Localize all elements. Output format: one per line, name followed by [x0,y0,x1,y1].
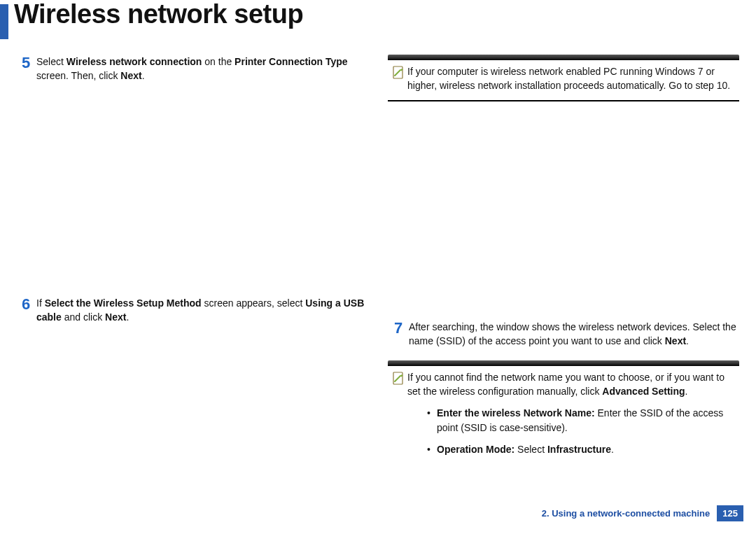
text: Select [514,444,547,455]
bold: Next [120,70,141,81]
title-accent [0,4,8,39]
bold: Advanced Setting [602,386,685,397]
note-bar [388,55,739,60]
footer-page-number: 125 [717,505,743,521]
text: . [611,444,614,455]
text: on the [202,56,234,67]
step-body: After searching, the window shows the wi… [409,320,739,349]
text: . [142,70,145,81]
step-body: If Select the Wireless Setup Method scre… [36,296,367,325]
text: screen appears, select [202,297,306,309]
bold: Next [105,311,126,323]
note-icon [389,370,407,464]
footer-chapter: 2. Using a network-connected machine [542,508,710,519]
page-title: Wireless network setup [14,0,303,29]
bold: Next [665,335,686,346]
bold: Select the Wireless Setup Method [45,297,202,309]
note-text: If your computer is wireless network ena… [407,64,738,93]
note-icon [389,64,407,93]
bold: Wireless network connection [66,56,202,67]
step-body: Select Wireless network connection on th… [36,55,367,83]
right-column: If your computer is wireless network ena… [388,55,739,478]
text: and click [62,311,105,323]
page-footer: 2. Using a network-connected machine 125 [542,505,743,521]
text: . [126,311,129,323]
bold: Infrastructure [547,444,611,455]
note-bar [388,360,739,366]
bold: Enter the wireless Network Name: [437,407,595,419]
bullet-item: Operation Mode: Select Infrastructure. [427,442,738,457]
bold: Printer Connection Type [234,56,348,67]
bold: Operation Mode: [437,444,514,455]
note-text: If you cannot find the network name you … [407,370,738,464]
text: . [685,386,688,397]
page-title-bar: Wireless network setup [0,0,756,39]
step-7: 7 After searching, the window shows the … [388,320,739,349]
text: Select [36,56,66,67]
step-5: 5 Select Wireless network connection on … [15,55,367,83]
text: screen. Then, click [36,70,120,81]
left-column: 5 Select Wireless network connection on … [15,55,367,478]
text: . [686,335,689,346]
note-block-2: If you cannot find the network name you … [388,360,739,468]
text: If [36,297,45,309]
step-number: 6 [15,296,36,325]
step-number: 5 [15,55,36,83]
note-bullets: Enter the wireless Network Name: Enter t… [407,406,738,457]
image-placeholder [15,96,367,296]
note-block-1: If your computer is wireless network ena… [388,55,739,101]
bullet-item: Enter the wireless Network Name: Enter t… [427,406,738,435]
step-6: 6 If Select the Wireless Setup Method sc… [15,296,367,325]
note-separator [388,100,739,101]
step-number: 7 [388,320,409,349]
